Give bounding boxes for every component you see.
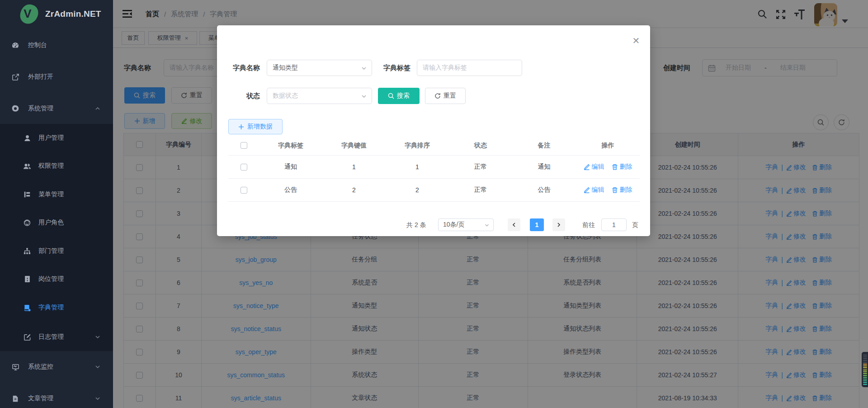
pencil-icon xyxy=(584,164,590,170)
sidebar-item-permissions[interactable]: 权限管理 xyxy=(0,152,113,180)
header-checkbox-cell xyxy=(228,142,259,149)
level-bar xyxy=(863,377,867,378)
sidebar-item-label: 权限管理 xyxy=(38,162,64,170)
chevron-down-icon xyxy=(94,333,101,341)
dict-data-dialog: ✕ 字典名称 通知类型 字典标签 请输入字典标签 状态 数据状态 搜索 重置 新… xyxy=(217,25,650,236)
level-bar xyxy=(863,364,867,365)
sidebar-item-monitoring[interactable]: 系统监控 xyxy=(0,351,113,383)
logo-icon: V xyxy=(20,4,38,24)
table-body: 通知 1 1 正常 通知 编辑 删除 xyxy=(228,156,640,202)
trash-icon xyxy=(612,164,618,170)
badge-icon xyxy=(23,275,31,283)
dict-data-table: 字典标签 字典键值 字典排序 状态 备注 操作 通知 1 1 正常 通知 xyxy=(228,136,640,202)
prev-page-button[interactable] xyxy=(508,218,520,231)
header-cell: 操作 xyxy=(576,142,640,150)
dict-label-input[interactable]: 请输入字典标签 xyxy=(417,60,522,76)
tree-table-icon xyxy=(23,190,31,199)
users-icon xyxy=(23,162,31,170)
select-all-checkbox[interactable] xyxy=(241,142,247,149)
button-label: 搜索 xyxy=(397,92,410,100)
modal-search-button[interactable]: 搜索 xyxy=(378,88,420,104)
sidebar-item-dictionaries[interactable]: 字典管理 xyxy=(0,294,113,322)
actions-cell: 编辑 删除 xyxy=(576,186,640,194)
extension-level-widget[interactable] xyxy=(862,352,868,387)
edit-link[interactable]: 编辑 xyxy=(584,186,604,194)
sidebar-item-label: 外部打开 xyxy=(28,73,53,81)
goto-label: 前往 xyxy=(582,218,595,231)
log-icon xyxy=(23,333,31,341)
status-label: 状态 xyxy=(228,88,260,104)
sidebar-item-label: 文章管理 xyxy=(28,394,53,403)
chevron-up-icon xyxy=(94,105,101,112)
select-placeholder: 数据状态 xyxy=(273,92,298,100)
document-icon xyxy=(11,394,19,403)
sort-cell: 2 xyxy=(386,186,449,194)
face-icon xyxy=(23,218,31,227)
level-bar xyxy=(863,371,867,372)
sidebar-item-departments[interactable]: 部门管理 xyxy=(0,237,113,265)
status-select[interactable]: 数据状态 xyxy=(267,88,372,104)
close-icon[interactable]: ✕ xyxy=(632,37,640,45)
sidebar-item-label: 日志管理 xyxy=(38,333,64,341)
user-icon xyxy=(23,134,31,142)
sidebar-item-label: 系统管理 xyxy=(28,104,53,113)
next-page-button[interactable] xyxy=(552,218,565,231)
sidebar-item-external[interactable]: 外部打开 xyxy=(0,61,113,93)
sidebar-item-roles[interactable]: 用户角色 xyxy=(0,209,113,237)
delete-link[interactable]: 删除 xyxy=(612,186,632,194)
sidebar-item-label: 部门管理 xyxy=(38,247,64,255)
sidebar-item-console[interactable]: 控制台 xyxy=(0,29,113,61)
svg-text:V: V xyxy=(24,7,32,20)
dict-label-label: 字典标签 xyxy=(378,60,410,76)
status-cell: 正常 xyxy=(449,163,512,171)
org-tree-icon xyxy=(23,247,31,255)
sidebar-item-label: 字典管理 xyxy=(38,304,64,312)
sort-cell: 1 xyxy=(386,163,449,171)
external-link-icon xyxy=(11,73,19,81)
delete-link-label: 删除 xyxy=(620,163,632,171)
actions-cell: 编辑 删除 xyxy=(576,163,640,171)
status-cell: 正常 xyxy=(449,186,512,194)
pagination: 共 2 条 10条/页 1 前往 1 页 xyxy=(217,218,650,231)
label-cell: 通知 xyxy=(259,163,322,171)
current-page-button[interactable]: 1 xyxy=(530,218,544,231)
remark-cell: 通知 xyxy=(512,163,576,171)
monitor-icon xyxy=(11,363,19,371)
level-bar xyxy=(863,358,867,359)
dict-name-select[interactable]: 通知类型 xyxy=(267,60,372,76)
sidebar-item-system[interactable]: 系统管理 xyxy=(0,93,113,124)
level-bar xyxy=(863,379,867,380)
modal-reset-button[interactable]: 重置 xyxy=(425,88,466,104)
dict-book-icon xyxy=(23,304,31,312)
sidebar: V ZrAdmin.NET 控制台 外部打开 系统管理 用户管理 权限管理 xyxy=(0,0,113,408)
goto-page-input[interactable]: 1 xyxy=(601,218,627,231)
header-cell: 字典排序 xyxy=(386,142,449,150)
add-data-button[interactable]: 新增数据 xyxy=(228,119,283,134)
value-cell: 2 xyxy=(322,186,386,194)
delete-link[interactable]: 删除 xyxy=(612,163,632,171)
edit-link-label: 编辑 xyxy=(592,186,604,194)
edit-link[interactable]: 编辑 xyxy=(584,163,604,171)
edit-link-label: 编辑 xyxy=(592,163,604,171)
sidebar-item-users[interactable]: 用户管理 xyxy=(0,124,113,152)
sidebar-item-menus[interactable]: 菜单管理 xyxy=(0,180,113,209)
level-bar xyxy=(863,373,867,374)
chevron-down-icon xyxy=(361,65,367,71)
app-logo[interactable]: V ZrAdmin.NET xyxy=(0,0,113,28)
row-checkbox[interactable] xyxy=(241,164,247,171)
dict-name-label: 字典名称 xyxy=(228,60,260,76)
level-bar xyxy=(863,375,867,376)
row-checkbox[interactable] xyxy=(241,187,247,194)
chevron-down-icon xyxy=(484,223,490,228)
header-cell: 备注 xyxy=(512,142,576,150)
level-bar xyxy=(863,380,867,381)
search-icon xyxy=(388,93,394,99)
sidebar-item-posts[interactable]: 岗位管理 xyxy=(0,265,113,293)
sidebar-item-label: 菜单管理 xyxy=(38,190,64,199)
sidebar-item-logs[interactable]: 日志管理 xyxy=(0,323,113,351)
page-size-select[interactable]: 10条/页 xyxy=(438,218,494,231)
gear-icon xyxy=(11,104,19,113)
sidebar-item-articles[interactable]: 文章管理 xyxy=(0,383,113,408)
dashboard-icon xyxy=(11,41,19,49)
button-label: 重置 xyxy=(443,92,456,100)
